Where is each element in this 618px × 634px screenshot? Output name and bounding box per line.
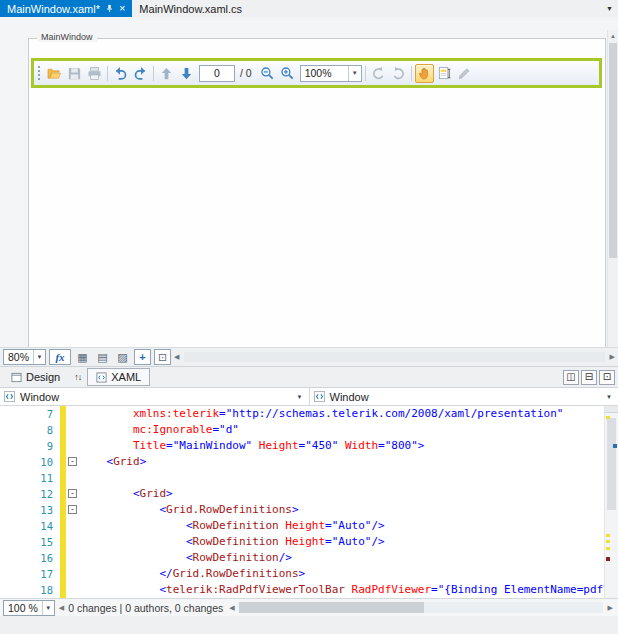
code-line[interactable]: 7 xmlns:telerik="http://schemas.telerik.… — [0, 406, 604, 422]
save-button[interactable] — [65, 64, 84, 83]
outlining-margin: - — [66, 486, 80, 502]
swap-panes-button[interactable]: ↑↓ — [70, 372, 85, 382]
undo-button[interactable] — [111, 64, 130, 83]
document-tab-bar: MainWindow.xaml* × MainWindow.xaml.cs ▼ — [0, 0, 618, 17]
redo-button[interactable] — [131, 64, 150, 83]
scrollbar-thumb[interactable] — [239, 602, 424, 613]
code-line[interactable]: 8 mc:Ignorable="d" — [0, 422, 604, 438]
types-dropdown-value: Window — [20, 391, 292, 403]
scrollbar-thumb[interactable] — [609, 43, 617, 258]
page-number-input[interactable] — [199, 65, 235, 82]
code-line[interactable]: 14 <RowDefinition Height="Auto"/> — [0, 518, 604, 534]
change-marker — [606, 540, 610, 543]
next-page-button[interactable] — [177, 64, 196, 83]
toggle-background-button[interactable]: ▨ — [114, 349, 131, 365]
snaplines-button[interactable]: + — [134, 349, 151, 365]
xaml-designer-surface[interactable]: MainWindow / 0 — [0, 17, 618, 347]
editor-horizontal-scrollbar[interactable]: ◀ ▶ — [229, 601, 613, 614]
members-dropdown[interactable]: Window ▼ — [310, 388, 618, 405]
text-selection-button[interactable] — [435, 64, 454, 83]
open-button[interactable] — [45, 64, 64, 83]
xaml-code-editor[interactable]: 7 xmlns:telerik="http://schemas.telerik.… — [0, 406, 604, 598]
code-line[interactable]: 18 <telerik:RadPdfViewerToolBar RadPdfVi… — [0, 582, 604, 598]
line-number: 12 — [0, 486, 60, 502]
designer-vertical-scrollbar[interactable]: ▲ — [607, 30, 618, 347]
chevron-down-icon[interactable]: ▼ — [348, 66, 361, 81]
tab-label: MainWindow.xaml.cs — [139, 3, 242, 15]
signature-button[interactable] — [455, 64, 474, 83]
design-tab-label: Design — [26, 371, 60, 383]
pan-hand-icon — [417, 66, 432, 81]
error-marker — [606, 557, 610, 561]
effects-toggle-button[interactable]: fx — [49, 349, 71, 365]
horizontal-split-icon: ⊟ — [585, 372, 593, 382]
code-lines: 7 xmlns:telerik="http://schemas.telerik.… — [0, 406, 604, 598]
scroll-left-icon[interactable]: ◀ — [229, 604, 234, 611]
editor-zoom-combobox[interactable]: 100 % ▼ — [3, 600, 55, 616]
code-line[interactable]: 16 <RowDefinition/> — [0, 550, 604, 566]
toolbar-separator — [365, 66, 366, 81]
code-line[interactable]: 12- <Grid> — [0, 486, 604, 502]
fold-toggle[interactable]: - — [68, 489, 77, 498]
zoom-out-button[interactable] — [258, 64, 277, 83]
selection-adorner[interactable]: / 0 100% ▼ — [31, 58, 602, 88]
code-text: <RowDefinition Height="Auto"/> — [80, 518, 604, 534]
code-line[interactable]: 15 <RowDefinition Height="Auto"/> — [0, 534, 604, 550]
editor-vertical-scrollbar[interactable] — [604, 406, 618, 598]
rotate-cw-button[interactable] — [389, 64, 408, 83]
zoom-in-icon — [280, 66, 295, 81]
code-line[interactable]: 9 Title="MainWindow" Height="450" Width=… — [0, 438, 604, 454]
scrollbar-thumb[interactable] — [607, 418, 616, 510]
scroll-up-icon[interactable]: ▲ — [608, 30, 618, 41]
tab-design-view[interactable]: Design — [3, 369, 68, 385]
zoom-in-button[interactable] — [278, 64, 297, 83]
outlining-margin — [66, 566, 80, 582]
split-editor-grip[interactable] — [605, 406, 618, 413]
horizontal-split-button[interactable]: ⊟ — [581, 370, 597, 385]
rotate-ccw-icon — [371, 66, 386, 81]
code-line[interactable]: 17 </Grid.RowDefinitions> — [0, 566, 604, 582]
line-number: 7 — [0, 406, 60, 422]
chevron-down-icon[interactable]: ▼ — [297, 394, 305, 400]
element-icon — [314, 391, 325, 402]
chevron-down-icon[interactable]: ▼ — [33, 350, 45, 364]
zoom-combobox[interactable]: 100% ▼ — [300, 65, 362, 82]
pan-tool-button[interactable] — [415, 64, 434, 83]
redo-icon — [133, 66, 148, 81]
previous-page-button[interactable] — [157, 64, 176, 83]
rotate-ccw-button[interactable] — [369, 64, 388, 83]
tab-mainwindow-xaml[interactable]: MainWindow.xaml* × — [0, 0, 132, 17]
pin-icon[interactable] — [105, 3, 114, 15]
toolbar-grip[interactable] — [38, 66, 41, 80]
code-line[interactable]: 10- <Grid> — [0, 454, 604, 470]
scrollbar-track[interactable] — [184, 352, 605, 362]
code-line[interactable]: 11 — [0, 470, 604, 486]
design-window-preview[interactable]: MainWindow / 0 — [28, 38, 606, 347]
fold-toggle[interactable]: - — [68, 457, 77, 466]
designer-zoom-combobox[interactable]: 80% ▼ — [3, 349, 46, 365]
tab-mainwindow-xaml-cs[interactable]: MainWindow.xaml.cs — [132, 0, 249, 17]
codelens-chevron-icon[interactable]: ◀ — [59, 604, 64, 612]
disable-code-button[interactable]: ⊡ — [154, 349, 171, 365]
tab-list-dropdown-icon[interactable]: ▼ — [606, 5, 618, 12]
scroll-left-icon[interactable]: ◀ — [174, 353, 179, 360]
scroll-right-icon[interactable]: ▶ — [608, 604, 613, 611]
code-text: mc:Ignorable="d" — [80, 422, 604, 438]
chevron-down-icon[interactable]: ▼ — [42, 601, 54, 615]
line-number: 8 — [0, 422, 60, 438]
code-line[interactable]: 13- <Grid.RowDefinitions> — [0, 502, 604, 518]
outlining-margin — [66, 518, 80, 534]
outlining-margin: - — [66, 502, 80, 518]
print-button[interactable] — [85, 64, 104, 83]
chevron-down-icon[interactable]: ▼ — [606, 394, 614, 400]
close-icon[interactable]: × — [119, 3, 125, 14]
snap-grid-button[interactable]: ▤ — [94, 349, 111, 365]
fold-toggle[interactable]: - — [68, 505, 77, 514]
designer-horizontal-scrollbar[interactable]: ◀ ▶ — [174, 350, 615, 364]
tab-xaml-view[interactable]: XAML — [87, 368, 150, 386]
show-grid-button[interactable]: ▦ — [74, 349, 91, 365]
types-dropdown[interactable]: Window ▼ — [0, 388, 310, 405]
expand-pane-button[interactable]: ⊡ — [599, 370, 615, 385]
vertical-split-button[interactable]: ◫ — [563, 370, 579, 385]
scroll-right-icon[interactable]: ▶ — [610, 353, 615, 360]
